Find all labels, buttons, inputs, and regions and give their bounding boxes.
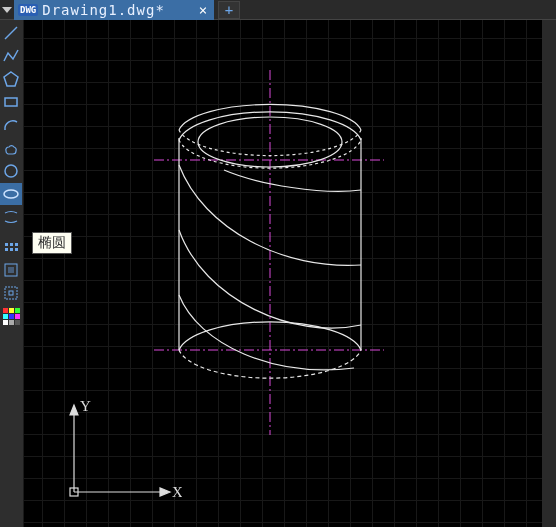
tool-construction-line[interactable]: [0, 206, 22, 228]
tool-polygon[interactable]: [0, 68, 22, 90]
svg-marker-1: [4, 72, 18, 86]
dwg-file-icon: DWG: [18, 4, 38, 16]
tab-list-dropdown[interactable]: [0, 1, 14, 19]
svg-marker-18: [160, 488, 170, 496]
tool-rectangle[interactable]: [0, 91, 22, 113]
ucs-icon: Y X: [62, 397, 182, 511]
tool-revision-cloud[interactable]: [0, 137, 22, 159]
drawing-canvas[interactable]: Y X 椭圆: [24, 20, 556, 527]
vertical-scrollbar[interactable]: [542, 20, 556, 527]
tool-ellipse[interactable]: [0, 183, 22, 205]
tool-arc[interactable]: [0, 114, 22, 136]
svg-rect-7: [5, 287, 17, 299]
toolbar-separator: [0, 229, 22, 235]
tool-block-create[interactable]: [0, 282, 22, 304]
tool-color-palette[interactable]: [0, 305, 22, 327]
svg-rect-8: [9, 291, 13, 295]
svg-marker-16: [70, 405, 78, 415]
document-tab-title: Drawing1.dwg*: [42, 2, 192, 18]
tab-bar: DWG Drawing1.dwg* × +: [0, 0, 556, 20]
svg-rect-2: [5, 98, 17, 106]
tool-line[interactable]: [0, 22, 22, 44]
svg-rect-6: [8, 267, 14, 273]
draw-toolbar: [0, 20, 24, 527]
tool-circle[interactable]: [0, 160, 22, 182]
ucs-x-label: X: [172, 484, 182, 500]
tab-close-button[interactable]: ×: [196, 2, 210, 18]
svg-point-4: [4, 190, 18, 198]
tool-tooltip: 椭圆: [32, 232, 72, 254]
ucs-y-label: Y: [80, 398, 91, 414]
tool-block-insert[interactable]: [0, 259, 22, 281]
tool-more[interactable]: [0, 236, 22, 258]
new-tab-button[interactable]: +: [218, 1, 240, 19]
tool-polyline[interactable]: [0, 45, 22, 67]
svg-line-0: [5, 27, 17, 39]
svg-point-3: [5, 165, 17, 177]
document-tab[interactable]: DWG Drawing1.dwg* ×: [14, 0, 214, 20]
